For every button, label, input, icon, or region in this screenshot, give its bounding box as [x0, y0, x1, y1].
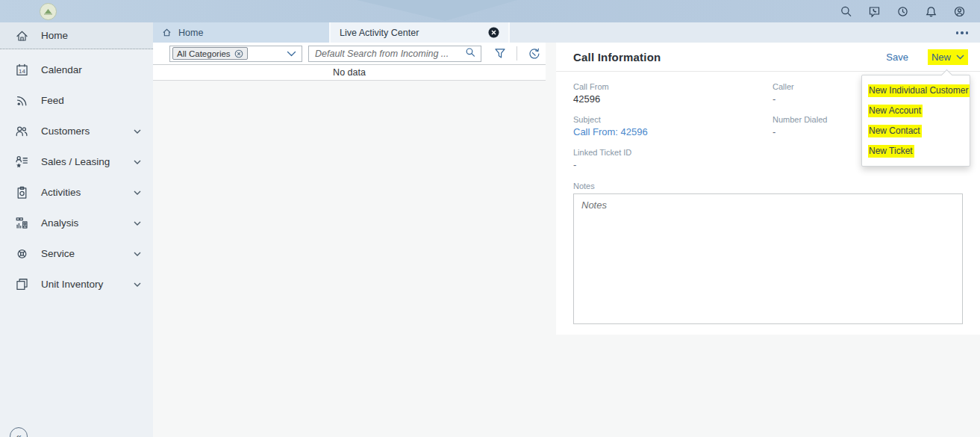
reset-search-icon[interactable]: [524, 45, 543, 63]
new-dropdown-menu: New Individual Customer New Account New …: [861, 75, 970, 167]
field-label: Call From: [573, 82, 760, 91]
chevron-down-icon: [134, 252, 141, 256]
new-button-label: New: [931, 52, 951, 63]
sidebar-item-service[interactable]: Service: [0, 238, 153, 269]
field-value: -: [573, 159, 760, 170]
sidebar-item-feed[interactable]: Feed: [0, 85, 153, 116]
svg-text:14: 14: [19, 68, 25, 75]
chevron-down-icon: [134, 160, 141, 164]
navigation-sidebar: Home 14 Calendar Feed Customers: [0, 22, 153, 437]
panel-header: Call Information Save New: [556, 43, 980, 72]
remove-token-icon[interactable]: [234, 49, 243, 58]
field-label: Linked Ticket ID: [573, 148, 760, 157]
chevron-down-icon: [956, 55, 964, 60]
chevron-down-icon[interactable]: [287, 51, 296, 57]
tab-label: Live Activity Center: [340, 28, 419, 38]
filter-toolbar: All Categories: [153, 43, 546, 65]
analysis-icon: [13, 216, 30, 231]
field-value: 42596: [573, 93, 760, 105]
filter-funnel-icon[interactable]: [490, 45, 510, 63]
menu-item-new-contact[interactable]: New Contact: [862, 120, 970, 140]
app-window: Home 14 Calendar Feed Customers: [0, 0, 980, 437]
save-button[interactable]: Save: [886, 52, 908, 63]
activities-icon: [13, 185, 30, 200]
sidebar-collapse-button[interactable]: «: [10, 427, 28, 437]
field-linked-ticket-id: Linked Ticket ID -: [573, 148, 760, 170]
unit-inventory-icon: [13, 277, 30, 292]
history-clock-icon[interactable]: [896, 5, 909, 18]
feed-icon: [13, 93, 30, 108]
customers-icon: [13, 124, 30, 139]
close-tab-icon[interactable]: [488, 27, 499, 38]
service-icon: [13, 247, 30, 261]
category-token[interactable]: All Categories: [172, 47, 248, 60]
sidebar-item-label: Activities: [41, 187, 81, 198]
sidebar-item-activities[interactable]: Activities: [0, 177, 153, 208]
sidebar-item-calendar[interactable]: 14 Calendar: [0, 55, 153, 85]
sidebar-item-customers[interactable]: Customers: [0, 116, 153, 146]
top-shell-bar: [0, 0, 980, 22]
calendar-icon: 14: [13, 63, 30, 78]
live-activity-phone-icon[interactable]: [868, 5, 881, 18]
sidebar-item-label: Service: [41, 248, 75, 259]
panel-actions: Save New: [886, 49, 968, 65]
menu-item-new-individual-customer[interactable]: New Individual Customer: [862, 80, 970, 100]
content-area: Home Live Activity Center All Categories: [153, 22, 980, 437]
user-account-icon[interactable]: [953, 5, 966, 18]
sales-leasing-icon: [13, 155, 30, 170]
tab-home[interactable]: Home: [153, 22, 331, 43]
search-field: [308, 46, 481, 62]
sidebar-item-unit-inventory[interactable]: Unit Inventory: [0, 269, 153, 300]
sidebar-item-sales-leasing[interactable]: Sales / Leasing: [0, 146, 153, 177]
category-combobox[interactable]: All Categories: [169, 46, 302, 62]
home-icon: [162, 28, 172, 37]
tab-live-activity-center[interactable]: Live Activity Center: [331, 22, 510, 43]
chevron-down-icon: [134, 221, 141, 226]
sidebar-item-label: Home: [41, 30, 68, 41]
topbar-icon-group: [840, 0, 966, 22]
tab-strip: Home Live Activity Center: [153, 22, 980, 43]
category-token-label: All Categories: [177, 49, 231, 58]
field-label: Subject: [573, 115, 760, 124]
sidebar-item-label: Unit Inventory: [41, 279, 103, 290]
sidebar-item-label: Calendar: [41, 64, 82, 75]
search-icon[interactable]: [465, 47, 475, 61]
field-call-from: Call From 42596: [573, 82, 760, 105]
notes-section: Notes: [573, 182, 963, 327]
sidebar-item-home[interactable]: Home: [0, 22, 153, 49]
search-icon[interactable]: [840, 5, 852, 18]
menu-item-new-account[interactable]: New Account: [862, 100, 970, 120]
incoming-call-list-panel: All Categories: [153, 43, 546, 81]
sidebar-item-label: Sales / Leasing: [41, 156, 110, 167]
chevron-down-icon: [134, 190, 141, 195]
overflow-menu-button[interactable]: [956, 31, 969, 34]
new-button[interactable]: New: [928, 49, 968, 65]
notes-label: Notes: [573, 182, 963, 190]
sidebar-item-analysis[interactable]: Analysis: [0, 208, 153, 238]
menu-item-new-ticket[interactable]: New Ticket: [862, 140, 970, 161]
sidebar-item-label: Feed: [41, 95, 64, 106]
notifications-bell-icon[interactable]: [925, 5, 937, 18]
empty-list-message: No data: [153, 65, 546, 81]
search-input[interactable]: [315, 49, 465, 59]
field-subject: Subject Call From: 42596: [573, 115, 760, 137]
notes-textarea[interactable]: [573, 193, 963, 324]
home-icon: [13, 28, 30, 43]
tab-label: Home: [178, 28, 203, 38]
chevron-down-icon: [134, 129, 141, 134]
sidebar-item-label: Analysis: [41, 217, 78, 229]
company-logo: [40, 3, 57, 20]
chevron-down-icon: [134, 282, 141, 287]
sidebar-item-label: Customers: [41, 125, 90, 137]
panel-title: Call Information: [573, 51, 661, 63]
toolbar-divider: [516, 46, 517, 61]
subject-link[interactable]: Call From: 42596: [573, 126, 760, 137]
topbar-decoration: [357, 0, 517, 21]
